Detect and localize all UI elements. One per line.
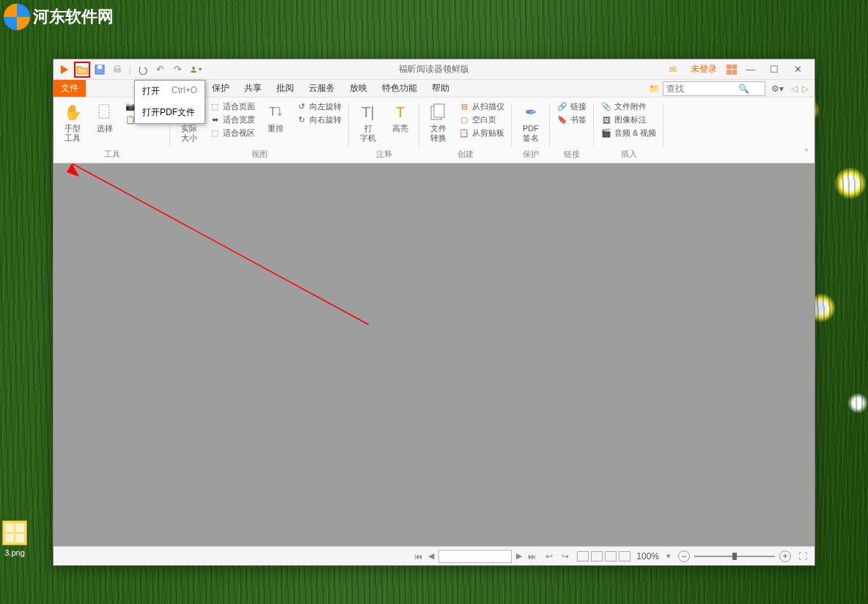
nav-next[interactable]: ▷ (801, 84, 810, 94)
nav-back-icon[interactable]: ↩ (543, 550, 555, 562)
zoom-out-button[interactable]: − (678, 550, 690, 562)
document-workspace (54, 163, 814, 546)
close-button[interactable]: ✕ (788, 63, 807, 76)
blank-page-button[interactable]: ▢空白页 (456, 114, 507, 126)
svg-rect-1 (98, 65, 102, 69)
desktop-file-label: 3.png (0, 548, 29, 557)
maximize-button[interactable]: ☐ (765, 63, 784, 76)
view-single-button[interactable] (577, 551, 589, 561)
minimize-button[interactable]: — (741, 63, 760, 76)
settings-dropdown-button[interactable]: ▾ (187, 62, 203, 78)
typewriter-button[interactable]: T| 打 字机 (353, 100, 383, 144)
zoom-slider: − + (678, 550, 791, 562)
fit-width-button[interactable]: ⬌适合宽度 (207, 114, 258, 126)
svg-line-9 (72, 163, 369, 325)
from-scanner-button[interactable]: ⊟从扫描仪 (456, 100, 507, 113)
notification-icon[interactable]: ✉ (665, 62, 681, 78)
watermark-text: 河东软件网 (33, 6, 114, 28)
dropdown-open-pdf-label: 打开PDF文件 (142, 106, 195, 119)
tab-protect[interactable]: 保护 (205, 80, 237, 97)
tab-file[interactable]: 文件 (54, 80, 86, 97)
tab-cloud[interactable]: 云服务 (301, 80, 342, 97)
window-title: 福昕阅读器领鲜版 (399, 63, 469, 76)
search-icon[interactable]: 🔍 (737, 84, 750, 94)
tab-help[interactable]: 帮助 (424, 80, 457, 97)
search-box[interactable]: 🔍 (663, 81, 765, 96)
fit-page-button[interactable]: ⬚适合页面 (207, 100, 258, 113)
tab-review[interactable]: 批阅 (269, 80, 301, 97)
undo-arrow-button[interactable]: ↶ (152, 62, 168, 78)
tab-nav-arrows: ◁ ▷ (790, 84, 810, 94)
fit-visible-button[interactable]: ⬚适合视区 (207, 127, 258, 139)
zoom-thumb[interactable] (732, 553, 737, 560)
undo-button[interactable] (134, 62, 150, 78)
ribbon-collapse-button[interactable]: ˄ (798, 145, 814, 161)
view-continuous-facing-button[interactable] (619, 551, 630, 561)
highlight-icon: T (390, 102, 411, 122)
watermark-logo-icon (4, 4, 30, 30)
gear-icon[interactable]: ⚙▾ (768, 84, 787, 94)
first-page-button[interactable]: ⏮ (413, 552, 424, 561)
ribbon-group-protect: ✒ PDF 签名 保护 (512, 99, 550, 161)
nav-forward-icon[interactable]: ↪ (559, 550, 571, 562)
prev-page-button[interactable]: ◀ (427, 551, 435, 561)
rotate-left-button[interactable]: ↺向左旋转 (293, 100, 345, 113)
file-convert-button[interactable]: 文件 转换 (424, 100, 453, 144)
file-convert-icon (428, 102, 449, 122)
hand-tool-button[interactable]: ✋ 手型 工具 (58, 100, 87, 144)
audio-video-button[interactable]: 🎬音频 & 视频 (598, 127, 659, 139)
page-number-input[interactable] (438, 550, 512, 563)
zoom-in-button[interactable]: + (779, 550, 791, 562)
app-logo-icon[interactable] (56, 62, 73, 78)
scanner-icon: ⊟ (459, 102, 469, 112)
dropdown-open-pdf[interactable]: 打开PDF文件 (135, 102, 205, 123)
login-button[interactable]: 未登录 (685, 61, 722, 78)
view-mode-buttons (577, 551, 630, 561)
group-label-view: 视图 (251, 147, 268, 160)
search-input[interactable] (663, 84, 737, 94)
highlight-button[interactable]: T 高亮 (386, 100, 415, 135)
desktop-file-icon[interactable]: 3.png (0, 520, 29, 557)
print-button[interactable] (109, 62, 125, 78)
redo-arrow-button[interactable]: ↷ (169, 62, 185, 78)
view-facing-button[interactable] (605, 551, 617, 561)
tab-slideshow[interactable]: 放映 (342, 80, 375, 97)
link-button[interactable]: 🔗链接 (554, 100, 589, 113)
image-annot-button[interactable]: 🖼图像标注 (598, 114, 659, 126)
svg-rect-5 (99, 105, 109, 118)
rotate-left-icon: ↺ (296, 102, 306, 112)
fullscreen-button[interactable]: ⛶ (797, 550, 809, 562)
svg-rect-8 (434, 104, 444, 117)
skin-button[interactable] (727, 65, 737, 75)
search-folder-icon[interactable]: 📁 (649, 84, 660, 94)
rotate-right-icon: ↻ (296, 115, 306, 125)
file-attach-button[interactable]: 📎文件附件 (598, 100, 659, 113)
dropdown-open[interactable]: 打开 Ctrl+O (135, 81, 205, 102)
reflow-button[interactable]: T⤵ 重排 (261, 100, 290, 135)
tab-special[interactable]: 特色功能 (375, 80, 424, 97)
save-button[interactable] (92, 62, 108, 78)
link-icon: 🔗 (557, 102, 567, 112)
fit-page-icon: ⬚ (210, 102, 220, 112)
quick-access-toolbar: | ↶ ↷ ▾ (54, 62, 203, 78)
group-label-tools: 工具 (104, 147, 120, 160)
view-continuous-button[interactable] (591, 551, 603, 561)
image-file-icon (2, 520, 27, 545)
select-tool-button[interactable]: 选择 (90, 100, 119, 135)
tab-share[interactable]: 共享 (237, 80, 269, 97)
nav-prev[interactable]: ◁ (790, 84, 799, 94)
zoom-track[interactable] (694, 556, 775, 557)
bookmark-button[interactable]: 🔖书签 (554, 114, 589, 126)
open-button[interactable] (74, 62, 90, 78)
open-dropdown-menu: 打开 Ctrl+O 打开PDF文件 (134, 80, 205, 124)
zoom-dropdown[interactable]: ▾ (665, 551, 672, 561)
from-clipboard-button[interactable]: 📋从剪贴板 (456, 127, 507, 139)
rotate-right-button[interactable]: ↻向右旋转 (293, 114, 345, 126)
group-label-protect: 保护 (523, 147, 539, 160)
last-page-button[interactable]: ⏭ (526, 552, 537, 561)
group-label-create: 创建 (457, 147, 474, 160)
next-page-button[interactable]: ▶ (515, 551, 523, 561)
svg-marker-10 (67, 163, 79, 177)
svg-point-4 (192, 67, 195, 70)
pdf-sign-button[interactable]: ✒ PDF 签名 (516, 100, 545, 144)
